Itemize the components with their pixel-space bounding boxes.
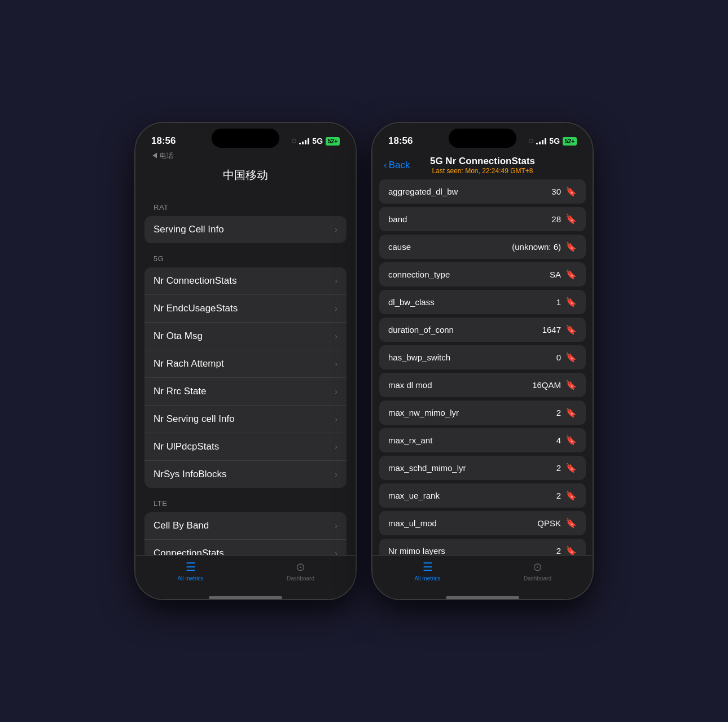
signal-bar-2 (302, 142, 304, 144)
detail-right-2: (unknown: 6) 🔖 (512, 241, 577, 252)
list-group-lte: Cell By Band › ConnectionStats › Rach At… (144, 512, 347, 555)
chevron-6: › (335, 415, 337, 424)
bookmark-3[interactable]: 🔖 (565, 269, 577, 280)
bookmark-5[interactable]: 🔖 (565, 324, 577, 335)
battery-2: 52+ (563, 137, 577, 146)
detail-row-nr-mimo[interactable]: Nr mimo layers 2 🔖 (379, 539, 586, 555)
signal-bar-2-1 (536, 143, 538, 144)
bookmark-9[interactable]: 🔖 (565, 435, 577, 446)
key-duration: duration_of_conn (388, 325, 454, 334)
detail-row-max-rx-ant[interactable]: max_rx_ant 4 🔖 (379, 428, 586, 452)
status-time-1: 18:56 (151, 135, 176, 147)
signal-bar-2-2 (539, 142, 541, 144)
detail-row-max-ul-mod[interactable]: max_ul_mod QPSK 🔖 (379, 511, 586, 535)
tab-label-dashboard-1: Dashboard (287, 575, 314, 582)
scroll-content-1: RAT Serving Cell Info › 5G Nr Connection… (135, 194, 356, 555)
signal-bar-2-4 (545, 138, 546, 144)
dot-icon-2 (529, 139, 533, 143)
text-nrsys: NrSys InfoBlocks (154, 469, 226, 480)
detail-row-max-schd[interactable]: max_schd_mimo_lyr 2 🔖 (379, 456, 586, 480)
section-lte: LTE (144, 490, 347, 512)
back-text-2: Back (389, 160, 410, 171)
detail-row-max-dl-mod[interactable]: max dl mod 16QAM 🔖 (379, 373, 586, 397)
detail-row-dl-bw-class[interactable]: dl_bw_class 1 🔖 (379, 290, 586, 314)
tab-dashboard-1[interactable]: ⊙ Dashboard (245, 560, 356, 582)
key-connection-type: connection_type (388, 270, 450, 279)
val-max-schd: 2 (556, 463, 561, 473)
val-connection-type: SA (550, 270, 561, 279)
detail-row-cause[interactable]: cause (unknown: 6) 🔖 (379, 235, 586, 259)
dynamic-island-1 (212, 129, 279, 148)
list-item-conn-stats[interactable]: ConnectionStats › (144, 540, 347, 555)
home-indicator-2 (446, 596, 519, 599)
bookmark-11[interactable]: 🔖 (565, 490, 577, 501)
detail-row-connection-type[interactable]: connection_type SA 🔖 (379, 262, 586, 287)
detail-right-8: 2 🔖 (556, 407, 577, 418)
chevron-1: › (335, 276, 337, 285)
list-item-nr-serving[interactable]: Nr Serving cell Info › (144, 406, 347, 433)
detail-right-10: 2 🔖 (556, 463, 577, 473)
tab-icon-metrics-2: ☰ (423, 560, 433, 574)
list-item-nr-connectionstats[interactable]: Nr ConnectionStats › (144, 267, 347, 295)
signal-bar-3 (305, 140, 306, 144)
key-aggregated-dl-bw: aggregated_dl_bw (388, 187, 458, 196)
home-indicator-1 (209, 596, 282, 599)
bookmark-1[interactable]: 🔖 (565, 214, 577, 224)
signal-bar-2-3 (542, 140, 543, 144)
list-item-nr-ulpdcp[interactable]: Nr UlPdcpStats › (144, 433, 347, 461)
detail-row-duration[interactable]: duration_of_conn 1647 🔖 (379, 318, 586, 342)
list-item-nr-endcusage[interactable]: Nr EndcUsageStats › (144, 295, 347, 323)
dynamic-island-2 (449, 129, 516, 148)
nav-title-group-2: 5G Nr ConnectionStats Last seen: Mon, 22… (430, 156, 535, 175)
chevron-4: › (335, 359, 337, 368)
detail-right-6: 0 🔖 (556, 352, 577, 363)
chevron-3: › (335, 332, 337, 341)
phone-2: 18:56 5G 52+ ‹ Back (372, 123, 593, 599)
detail-row-max-nw-mimo[interactable]: max_nw_mimo_lyr 2 🔖 (379, 400, 586, 425)
list-item-nr-rrc[interactable]: Nr Rrc State › (144, 378, 347, 406)
detail-row-band[interactable]: band 28 🔖 (379, 207, 586, 231)
status-5g-1: 5G (312, 137, 323, 146)
tab-bar-1: ☰ All metrics ⊙ Dashboard (135, 555, 356, 593)
chevron-10: › (335, 549, 337, 555)
detail-row-max-ue-rank[interactable]: max_ue_rank 2 🔖 (379, 483, 586, 508)
list-item-nrsys[interactable]: NrSys InfoBlocks › (144, 461, 347, 488)
tab-all-metrics-2[interactable]: ☰ All metrics (372, 560, 483, 582)
key-bwp-switch: has_bwp_switch (388, 353, 450, 362)
key-max-ul-mod: max_ul_mod (388, 518, 437, 528)
bookmark-7[interactable]: 🔖 (565, 380, 577, 390)
val-aggregated-dl-bw: 30 (551, 187, 561, 196)
detail-right-9: 4 🔖 (556, 435, 577, 446)
list-item-serving-cell[interactable]: Serving Cell Info › (144, 216, 347, 243)
bookmark-10[interactable]: 🔖 (565, 463, 577, 473)
key-max-nw-mimo: max_nw_mimo_lyr (388, 408, 459, 417)
back-button-2[interactable]: ‹ Back (384, 160, 410, 171)
detail-right-7: 16QAM 🔖 (532, 380, 577, 390)
nav-subtitle-2: Last seen: Mon, 22:24:49 GMT+8 (430, 167, 535, 175)
list-item-cell-band[interactable]: Cell By Band › (144, 512, 347, 540)
list-item-nr-ota[interactable]: Nr Ota Msg › (144, 323, 347, 350)
detail-list-2: aggregated_dl_bw 30 🔖 band 28 🔖 cause (372, 179, 593, 555)
list-item-text-serving-cell: Serving Cell Info (154, 224, 224, 235)
val-max-dl-mod: 16QAM (532, 380, 561, 390)
detail-right-1: 28 🔖 (551, 214, 577, 224)
bookmark-0[interactable]: 🔖 (565, 186, 577, 197)
tab-all-metrics-1[interactable]: ☰ All metrics (135, 560, 245, 582)
chevron-8: › (335, 470, 337, 479)
key-dl-bw-class: dl_bw_class (388, 297, 435, 307)
chevron-serving-cell: › (335, 225, 337, 234)
nav-bar-2: ‹ Back 5G Nr ConnectionStats Last seen: … (372, 151, 593, 179)
detail-row-aggregated-dl-bw[interactable]: aggregated_dl_bw 30 🔖 (379, 179, 586, 204)
bookmark-8[interactable]: 🔖 (565, 407, 577, 418)
chevron-7: › (335, 442, 337, 451)
bookmark-4[interactable]: 🔖 (565, 297, 577, 307)
list-item-nr-rach[interactable]: Nr Rach Attempt › (144, 350, 347, 378)
bookmark-2[interactable]: 🔖 (565, 241, 577, 252)
tab-dashboard-2[interactable]: ⊙ Dashboard (483, 560, 593, 582)
bookmark-13[interactable]: 🔖 (565, 545, 577, 555)
back-label-1[interactable]: ◀ 电话 (135, 151, 356, 161)
bookmark-12[interactable]: 🔖 (565, 518, 577, 529)
bookmark-6[interactable]: 🔖 (565, 352, 577, 363)
detail-row-bwp-switch[interactable]: has_bwp_switch 0 🔖 (379, 345, 586, 369)
detail-right-13: 2 🔖 (556, 545, 577, 555)
